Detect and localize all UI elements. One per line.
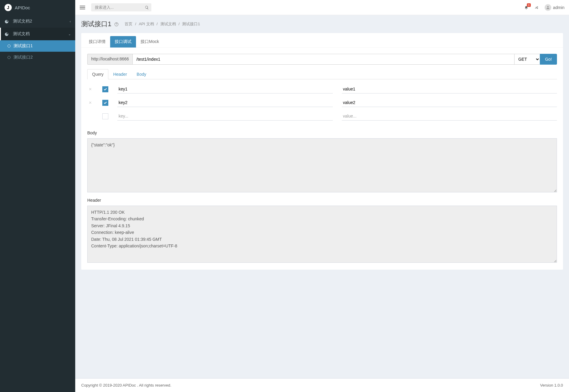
notifications[interactable]: 0 <box>524 5 528 10</box>
check-icon <box>104 87 107 91</box>
help-button[interactable] <box>114 22 119 26</box>
sidebar-header: J APIDoc <box>0 0 75 15</box>
hamburger-icon <box>80 7 85 8</box>
param-value-input[interactable] <box>342 112 557 121</box>
request-path-input[interactable] <box>132 54 514 65</box>
breadcrumb-link[interactable]: 测试文档 <box>160 22 176 26</box>
user-avatar-icon <box>545 4 551 11</box>
sidebar-subitem-label: 测试接口2 <box>14 55 33 60</box>
request-host: http://localhost:8666 <box>87 54 132 65</box>
app-name: APIDoc <box>15 5 30 10</box>
search-icon <box>145 5 149 10</box>
param-checkbox[interactable] <box>102 100 108 106</box>
sidebar: J APIDoc 测试文档2 ‹ 测试文档 ⌄ 测试接口1 测试接口2 <box>0 0 75 392</box>
sidebar-item-label: 测试文档 <box>13 31 30 37</box>
breadcrumb-sep: / <box>178 22 180 26</box>
param-rows: × × <box>87 79 557 126</box>
footer-version: Version 1.0.0 <box>540 383 563 387</box>
tab-mock[interactable]: 接口Mock <box>136 36 163 47</box>
go-button[interactable]: Go! <box>540 54 557 65</box>
checkbox-wrap <box>102 86 108 92</box>
svg-point-2 <box>116 25 117 25</box>
param-tab-header[interactable]: Header <box>108 69 132 79</box>
param-key-input[interactable] <box>117 112 333 121</box>
search-input[interactable] <box>91 3 151 11</box>
param-checkbox[interactable] <box>102 113 108 119</box>
param-tab-query[interactable]: Query <box>87 69 108 79</box>
header-label: Header <box>87 198 557 203</box>
param-row: × <box>87 82 557 96</box>
main-box: 接口详情 接口调试 接口Mock http://localhost:8666 G… <box>81 33 563 270</box>
main-tabs: 接口详情 接口调试 接口Mock <box>81 33 563 48</box>
sidebar-item-doc2[interactable]: 测试文档2 ‹ <box>0 15 75 28</box>
dashboard-icon <box>5 32 10 36</box>
top-nav: 0 admin <box>75 0 569 15</box>
request-bar: http://localhost:8666 GET POST PUT DELET… <box>87 54 557 65</box>
username: admin <box>553 5 564 10</box>
checkbox-wrap <box>102 113 108 119</box>
logo-icon: J <box>5 4 12 11</box>
param-value-input[interactable] <box>342 85 557 93</box>
param-row: × <box>87 96 557 109</box>
tab-details[interactable]: 接口详情 <box>84 36 110 47</box>
sidebar-subitem-api1[interactable]: 测试接口1 <box>0 40 75 52</box>
sidebar-item-label: 测试文档2 <box>13 19 32 24</box>
nav-right: 0 admin <box>524 4 564 11</box>
svg-point-0 <box>547 6 549 8</box>
box-body: http://localhost:8666 GET POST PUT DELET… <box>81 48 563 270</box>
footer-copyright: Copyright © 2019-2020 APIDoc . All right… <box>81 383 171 387</box>
page-title: 测试接口1 <box>81 20 111 29</box>
chevron-down-icon: ⌄ <box>68 32 71 36</box>
chevron-left-icon: ‹ <box>70 20 71 23</box>
param-checkbox[interactable] <box>102 86 108 92</box>
main-wrapper: 0 admin 测试接口1 首页 / API 文档 / 测试文档 / 测 <box>75 0 569 392</box>
content: 接口详情 接口调试 接口Mock http://localhost:8666 G… <box>75 33 569 378</box>
search-box <box>91 3 151 11</box>
param-row: × <box>87 109 557 123</box>
response-body-textarea[interactable]: {"state":"ok"} <box>87 138 557 192</box>
breadcrumb-link[interactable]: 首页 <box>125 22 132 26</box>
user-menu[interactable]: admin <box>545 4 564 11</box>
param-key-input[interactable] <box>117 85 333 93</box>
param-key-input[interactable] <box>117 98 333 107</box>
breadcrumb-sep: / <box>135 22 136 26</box>
breadcrumb-link[interactable]: API 文档 <box>139 22 154 26</box>
circle-icon <box>8 56 11 59</box>
help-icon <box>114 22 119 26</box>
request-method-select[interactable]: GET POST PUT DELETE <box>514 54 540 65</box>
sidebar-item-doc1[interactable]: 测试文档 ⌄ <box>0 28 75 40</box>
remove-row-button[interactable]: × <box>87 100 93 106</box>
remove-row-button[interactable]: × <box>87 87 93 92</box>
notif-count: 0 <box>527 3 531 7</box>
search-button[interactable] <box>145 5 149 10</box>
dashboard-icon <box>5 19 10 24</box>
breadcrumb-sep: / <box>156 22 158 26</box>
breadcrumb-current: 测试接口1 <box>182 22 200 26</box>
param-tab-body[interactable]: Body <box>132 69 151 79</box>
body-label: Body <box>87 130 557 135</box>
sidebar-subitem-label: 测试接口1 <box>14 43 33 49</box>
sidebar-subitem-api2[interactable]: 测试接口2 <box>0 52 75 63</box>
tab-debug[interactable]: 接口调试 <box>110 36 136 47</box>
param-tabs: Query Header Body <box>87 69 557 79</box>
checkbox-wrap <box>102 100 108 106</box>
shuffle-button[interactable] <box>534 5 539 10</box>
footer: Copyright © 2019-2020 APIDoc . All right… <box>75 378 569 392</box>
param-value-input[interactable] <box>342 98 557 107</box>
check-icon <box>104 101 107 105</box>
response-header-textarea[interactable]: HTTP/1.1 200 OK Transfer-Encoding: chunk… <box>87 206 557 263</box>
shuffle-icon <box>534 6 539 10</box>
content-header: 测试接口1 首页 / API 文档 / 测试文档 / 测试接口1 <box>75 15 569 33</box>
sidebar-submenu: 测试接口1 测试接口2 <box>0 40 75 63</box>
hamburger-toggle[interactable] <box>80 7 85 8</box>
circle-icon <box>8 44 11 47</box>
sidebar-menu: 测试文档2 ‹ 测试文档 ⌄ 测试接口1 测试接口2 <box>0 15 75 63</box>
breadcrumb: 首页 / API 文档 / 测试文档 / 测试接口1 <box>125 21 200 27</box>
